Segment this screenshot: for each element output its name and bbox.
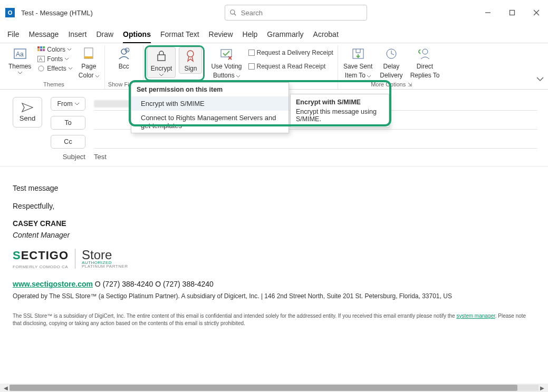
- dialog-launcher-icon[interactable]: ⇲: [408, 82, 412, 87]
- encrypt-button[interactable]: Encrypt: [147, 47, 176, 78]
- svg-rect-11: [37, 49, 40, 51]
- body-line: Test message: [13, 183, 535, 194]
- request-read-receipt[interactable]: Request a Read Receipt: [247, 62, 334, 71]
- tab-file[interactable]: File: [7, 30, 20, 38]
- svg-rect-22: [158, 55, 165, 61]
- system-manager-link[interactable]: system manager: [456, 313, 495, 319]
- themes-icon: Aa: [13, 46, 27, 61]
- lock-icon: [156, 48, 167, 63]
- scroll-track[interactable]: [9, 385, 539, 391]
- delay-delivery[interactable]: Delay Delivery: [378, 45, 405, 80]
- search-box[interactable]: Search: [225, 5, 367, 21]
- address-line: Operated by The SSL Store™ (a Sectigo Pl…: [13, 292, 535, 301]
- chevron-down-icon: [18, 72, 22, 74]
- collapse-ribbon-icon[interactable]: [536, 77, 544, 82]
- body-line: Respectfully,: [13, 201, 535, 212]
- svg-text:A: A: [39, 56, 42, 62]
- cc-button[interactable]: Cc: [51, 135, 85, 149]
- scroll-right-icon[interactable]: ►: [539, 384, 546, 392]
- chevron-down-icon: [69, 67, 72, 70]
- svg-rect-8: [37, 46, 40, 48]
- minimize-button[interactable]: [479, 5, 496, 21]
- send-button[interactable]: Send: [13, 97, 42, 128]
- permission-menu-header: Set permission on this item: [131, 83, 289, 96]
- window-title: Test - Message (HTML): [21, 9, 93, 17]
- tab-review[interactable]: Review: [209, 30, 233, 38]
- checkbox-icon: [248, 50, 255, 56]
- svg-text:Aa: Aa: [16, 51, 24, 58]
- colors-icon: [37, 46, 45, 53]
- direct-replies-to[interactable]: Direct Replies To: [408, 45, 442, 80]
- save-icon: [351, 46, 365, 61]
- subject-row: Subject Test: [0, 151, 548, 166]
- tab-help[interactable]: Help: [243, 30, 258, 38]
- menu-item-encrypt-smime[interactable]: Encrypt with S/MIME: [131, 96, 289, 111]
- tab-insert[interactable]: Insert: [68, 30, 86, 38]
- svg-rect-10: [43, 46, 45, 48]
- chevron-down-icon: [236, 75, 240, 77]
- colors-button[interactable]: Colors: [36, 45, 73, 54]
- search-placeholder: Search: [241, 9, 263, 17]
- chevron-down-icon: [68, 48, 71, 51]
- horizontal-scrollbar[interactable]: ◄ ►: [0, 384, 548, 392]
- sign-button[interactable]: Sign: [179, 47, 202, 74]
- window-controls: [479, 5, 545, 21]
- use-voting-buttons[interactable]: Use Voting Buttons: [209, 45, 244, 80]
- svg-point-31: [422, 49, 428, 54]
- tab-acrobat[interactable]: Acrobat: [313, 30, 339, 38]
- scroll-left-icon[interactable]: ◄: [2, 384, 9, 392]
- clock-icon: [384, 46, 398, 61]
- bcc-button[interactable]: Bcc: [112, 45, 136, 71]
- search-icon: [229, 9, 237, 16]
- website-link[interactable]: www.sectigostore.com: [13, 280, 93, 288]
- encrypt-permission-menu: Set permission on this item Encrypt with…: [131, 82, 289, 133]
- page-color-button[interactable]: PageColor: [76, 45, 101, 80]
- themes-button[interactable]: Aa Themes: [6, 45, 33, 75]
- group-label-more-options: More Options⇲: [371, 81, 412, 89]
- svg-line-30: [391, 54, 394, 55]
- tooltip-body: Encrypt this message using S/MIME.: [296, 108, 383, 123]
- svg-point-0: [230, 10, 235, 14]
- tab-format-text[interactable]: Format Text: [160, 30, 199, 38]
- save-sent-item-to[interactable]: Save Sent Item To: [341, 45, 374, 80]
- svg-rect-9: [40, 46, 42, 48]
- chevron-down-icon: [159, 74, 164, 76]
- menu-bar: File Message Insert Draw Options Format …: [0, 25, 548, 43]
- divider: [75, 249, 75, 269]
- tab-draw[interactable]: Draw: [96, 30, 113, 38]
- svg-rect-12: [40, 49, 42, 51]
- encrypt-tooltip: Encrypt with S/MIME Encrypt this message…: [290, 94, 389, 128]
- outlook-icon: [5, 7, 16, 18]
- svg-rect-3: [510, 11, 515, 15]
- cc-field[interactable]: [94, 135, 537, 149]
- tooltip-title: Encrypt with S/MIME: [296, 99, 383, 106]
- svg-rect-24: [221, 50, 232, 57]
- tab-grammarly[interactable]: Grammarly: [267, 30, 303, 38]
- message-body[interactable]: Test message Respectfully, CASEY CRANE C…: [0, 166, 548, 384]
- tab-message[interactable]: Message: [29, 30, 59, 38]
- scroll-thumb[interactable]: [9, 385, 517, 391]
- from-button[interactable]: From: [51, 97, 85, 111]
- chevron-down-icon: [75, 103, 79, 105]
- fonts-button[interactable]: A Fonts: [36, 55, 73, 63]
- svg-marker-32: [22, 103, 33, 112]
- chevron-down-icon: [65, 58, 69, 60]
- svg-point-23: [187, 51, 194, 57]
- disclaimer: The SSL Store™ is a subsidiary of DigiCe…: [13, 312, 535, 327]
- page-color-icon: [82, 46, 95, 61]
- effects-button[interactable]: Effects: [36, 64, 73, 73]
- group-label-themes: Themes: [43, 81, 64, 89]
- reply-person-icon: [418, 46, 432, 61]
- menu-item-connect-rms[interactable]: Connect to Rights Management Servers and…: [131, 111, 289, 133]
- request-delivery-receipt[interactable]: Request a Delivery Receipt: [247, 48, 334, 57]
- send-icon: [22, 103, 33, 112]
- subject-field[interactable]: Test: [94, 153, 107, 161]
- svg-line-1: [234, 14, 236, 16]
- maximize-button[interactable]: [504, 5, 521, 21]
- close-button[interactable]: [528, 5, 545, 21]
- phone-numbers: O (727) 388-4240 O (727) 388-4240: [93, 280, 214, 288]
- tab-options[interactable]: Options: [123, 30, 151, 38]
- svg-point-16: [39, 66, 44, 71]
- to-button[interactable]: To: [51, 116, 85, 130]
- voting-icon: [219, 46, 233, 61]
